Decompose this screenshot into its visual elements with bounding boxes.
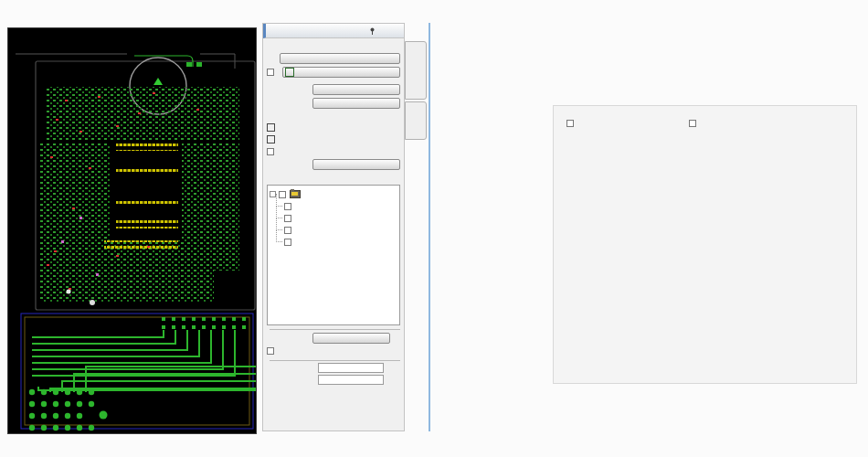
tree-item[interactable] (284, 236, 397, 248)
threshold-input[interactable] (318, 375, 384, 385)
pin-icon[interactable] (366, 26, 377, 37)
layer-visible-checkbox[interactable] (267, 69, 274, 76)
tree-item[interactable] (284, 212, 397, 224)
pcb-layout-view[interactable] (7, 27, 257, 434)
class-dropdown[interactable] (280, 53, 400, 64)
under-checkbox[interactable] (267, 148, 274, 155)
same-layer-swatch (267, 123, 275, 132)
opposite-layer-swatch (267, 135, 275, 143)
tree-item-checkbox[interactable] (284, 203, 291, 210)
capacitor-icon (296, 239, 302, 245)
pcb-pad (186, 62, 192, 67)
pcb-bga-field-top (47, 87, 239, 140)
pcb-canvas (8, 28, 256, 433)
minimize-button[interactable] (378, 26, 389, 37)
effective-radius-section-header (267, 360, 400, 361)
pcb-via-cluster (29, 389, 108, 430)
impedance-chart (554, 132, 858, 385)
show-previous-checkbox-row[interactable] (566, 120, 577, 127)
tree-item-checkbox[interactable] (284, 239, 291, 246)
pcb-room-outline-olive (25, 317, 249, 425)
show-previous-checkbox[interactable] (566, 120, 574, 127)
capacitor-icon (296, 203, 302, 209)
pcb-room-outline-blue (21, 314, 253, 429)
folder-icon (290, 190, 301, 198)
subclass-dropdown[interactable] (282, 67, 400, 78)
tree-expander-icon[interactable] (270, 191, 276, 197)
subclass-color-swatch (285, 68, 294, 77)
pcb-pad (196, 62, 202, 67)
capacitor-icon (296, 215, 302, 221)
total-voltage-input[interactable] (318, 363, 384, 373)
tree-root-checkbox[interactable] (279, 191, 286, 198)
tree-item[interactable] (284, 224, 397, 236)
tab-visibility[interactable] (405, 41, 427, 100)
pcb-yellow-pads (104, 143, 178, 249)
pcb-via-white (90, 300, 95, 305)
screenshot-root: { "ui": {"check": "✓", "minus": "-", "dr… (0, 0, 868, 457)
impedance-result-panel (553, 105, 857, 384)
pcb-bga-field-bottom (39, 240, 214, 303)
tree-item[interactable] (284, 200, 397, 212)
options-titlebar[interactable] (263, 24, 404, 38)
partno-dropdown[interactable] (312, 159, 400, 170)
tree-item-checkbox[interactable] (284, 227, 291, 234)
pcb-via-white (67, 290, 71, 294)
pcb-triangle-marker (153, 78, 163, 85)
tab-find[interactable] (405, 101, 427, 140)
pi-csets-arrow (400, 202, 566, 288)
tree-root-row[interactable] (270, 188, 397, 200)
ic-dropdown[interactable] (312, 84, 400, 95)
close-button[interactable] (390, 26, 401, 37)
tree-item-checkbox[interactable] (284, 215, 291, 222)
pcb-escape-pads (162, 317, 246, 329)
capacitor-icon (296, 227, 302, 233)
rotation-dropdown[interactable] (312, 333, 390, 344)
capacitor-tree[interactable] (267, 185, 400, 325)
show-nodecaps-checkbox[interactable] (689, 120, 696, 127)
pcb-traces (32, 330, 256, 392)
power-net-dropdown[interactable] (312, 98, 400, 109)
mirror-checkbox[interactable] (267, 347, 274, 355)
decoupling-section-header (267, 329, 400, 330)
options-panel (262, 23, 405, 431)
show-nodecaps-checkbox-row[interactable] (689, 120, 699, 127)
